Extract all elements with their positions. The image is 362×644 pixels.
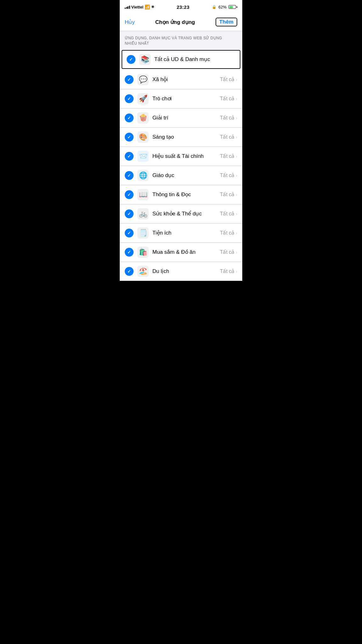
check-circle-travel: ✓ bbox=[125, 267, 134, 276]
signal-bars bbox=[125, 5, 130, 9]
chevron-icon-social: › bbox=[236, 77, 237, 82]
signal-bar-1 bbox=[125, 8, 126, 9]
item-label-productivity: Hiệu suất & Tài chính bbox=[152, 153, 220, 159]
check-circle-news: ✓ bbox=[125, 190, 134, 199]
item-right-health: Tất cả › bbox=[220, 211, 237, 217]
app-icon-shopping: 🛍️ bbox=[137, 247, 149, 258]
signal-bar-3 bbox=[128, 6, 129, 9]
app-icon-games: 🚀 bbox=[137, 93, 149, 104]
add-button[interactable]: Thêm bbox=[216, 18, 237, 26]
chevron-icon-news: › bbox=[236, 192, 237, 197]
item-right-entertainment: Tất cả › bbox=[220, 115, 237, 121]
item-right-news: Tất cả › bbox=[220, 192, 237, 197]
item-right-text-education: Tất cả bbox=[220, 172, 235, 178]
item-right-social: Tất cả › bbox=[220, 76, 237, 82]
check-circle-all: ✓ bbox=[127, 55, 135, 64]
page-title: Chọn ứng dụng bbox=[155, 19, 195, 25]
status-bar: Viettel 📶 ✳ 23:23 🔒 62% bbox=[120, 0, 242, 14]
check-circle-education: ✓ bbox=[125, 171, 134, 180]
check-circle-health: ✓ bbox=[125, 209, 134, 218]
item-right-text-games: Tất cả bbox=[220, 96, 235, 102]
item-label-utilities: Tiện ích bbox=[152, 230, 220, 236]
chevron-icon-utilities: › bbox=[236, 230, 237, 236]
status-right: 🔒 62% bbox=[212, 5, 237, 9]
item-label-travel: Du lịch bbox=[152, 268, 220, 275]
section-header: ỨNG DỤNG, DANH MỤC VÀ TRANG WEB SỬ DỤNGN… bbox=[120, 31, 242, 49]
chevron-icon-creative: › bbox=[236, 135, 237, 140]
chevron-icon-entertainment: › bbox=[236, 115, 237, 120]
item-right-travel: Tất cả › bbox=[220, 268, 237, 274]
cancel-button[interactable]: Hủy bbox=[125, 19, 135, 25]
item-right-text-social: Tất cả bbox=[220, 76, 235, 82]
battery-percent: 62% bbox=[218, 5, 227, 9]
list-item-entertainment[interactable]: ✓ 🍿 Giải trí Tất cả › bbox=[120, 108, 242, 128]
list-item-news[interactable]: ✓ 📖 Thông tin & Đọc Tất cả › bbox=[120, 185, 242, 204]
signal-bar-2 bbox=[126, 7, 127, 9]
item-label-games: Trò chơi bbox=[152, 95, 220, 102]
list-item-all[interactable]: ✓ 📚 Tất cả UD & Danh mục bbox=[122, 50, 240, 69]
list-item-social[interactable]: ✓ 💬 Xã hội Tất cả › bbox=[120, 70, 242, 89]
item-right-text-shopping: Tất cả bbox=[220, 249, 235, 255]
check-circle-productivity: ✓ bbox=[125, 152, 134, 161]
check-circle-entertainment: ✓ bbox=[125, 114, 134, 122]
app-icon-emoji-all: 📚 bbox=[141, 55, 149, 64]
item-right-text-health: Tất cả bbox=[220, 211, 235, 217]
list-item-education[interactable]: ✓ 🌐 Giáo dục Tất cả › bbox=[120, 166, 242, 185]
item-right-text-productivity: Tất cả bbox=[220, 153, 235, 159]
battery-tip bbox=[237, 6, 237, 8]
list-item-utilities[interactable]: ✓ 🗒️ Tiện ích Tất cả › bbox=[120, 224, 242, 243]
chevron-icon-health: › bbox=[236, 211, 237, 216]
lock-icon: 🔒 bbox=[212, 5, 217, 9]
app-icon-all: 📚 bbox=[139, 54, 151, 65]
item-right-text-entertainment: Tất cả bbox=[220, 115, 235, 121]
nav-bar: Hủy Chọn ứng dụng Thêm bbox=[120, 14, 242, 31]
item-label-entertainment: Giải trí bbox=[152, 114, 220, 121]
item-right-education: Tất cả › bbox=[220, 172, 237, 178]
app-icon-education: 🌐 bbox=[137, 170, 149, 181]
app-icon-news: 📖 bbox=[137, 189, 149, 200]
item-label-creative: Sáng tạo bbox=[152, 134, 220, 140]
list-item-games[interactable]: ✓ 🚀 Trò chơi Tất cả › bbox=[120, 89, 242, 108]
chevron-icon-productivity: › bbox=[236, 154, 237, 159]
check-circle-social: ✓ bbox=[125, 75, 134, 84]
list-item-productivity[interactable]: ✓ 📨 Hiệu suất & Tài chính Tất cả › bbox=[120, 147, 242, 166]
item-label-all: Tất cả UD & Danh mục bbox=[154, 56, 235, 63]
list-item-travel[interactable]: ✓ 🏖️ Du lịch Tất cả › bbox=[120, 262, 242, 281]
app-icon-entertainment: 🍿 bbox=[137, 112, 149, 124]
item-right-shopping: Tất cả › bbox=[220, 249, 237, 255]
item-label-health: Sức khỏe & Thể dục bbox=[152, 210, 220, 217]
item-right-utilities: Tất cả › bbox=[220, 230, 237, 236]
app-icon-productivity: 📨 bbox=[137, 151, 149, 162]
time-display: 23:23 bbox=[177, 4, 189, 10]
battery-icon bbox=[228, 5, 237, 9]
item-label-shopping: Mua sắm & Đồ ăn bbox=[152, 249, 220, 255]
item-right-text-news: Tất cả bbox=[220, 192, 235, 197]
list-item-creative[interactable]: ✓ 🎨 Sáng tạo Tất cả › bbox=[120, 128, 242, 147]
carrier-name: Viettel bbox=[131, 5, 144, 9]
app-icon-utilities: 🗒️ bbox=[137, 227, 149, 239]
item-right-games: Tất cả › bbox=[220, 96, 237, 102]
check-circle-creative: ✓ bbox=[125, 133, 134, 142]
settings-icon: ✳ bbox=[151, 5, 154, 9]
list-item-health[interactable]: ✓ 🚲 Sức khỏe & Thể dục Tất cả › bbox=[120, 204, 242, 224]
app-icon-creative: 🎨 bbox=[137, 131, 149, 143]
item-right-text-creative: Tất cả bbox=[220, 134, 235, 140]
section-header-text: ỨNG DỤNG, DANH MỤC VÀ TRANG WEB SỬ DỤNGN… bbox=[125, 36, 237, 46]
status-left: Viettel 📶 ✳ bbox=[125, 4, 154, 9]
check-mark-all: ✓ bbox=[129, 57, 133, 62]
chevron-icon-travel: › bbox=[236, 269, 237, 274]
item-right-text-utilities: Tất cả bbox=[220, 230, 235, 236]
chevron-icon-education: › bbox=[236, 173, 237, 178]
item-right-productivity: Tất cả › bbox=[220, 153, 237, 159]
item-label-social: Xã hội bbox=[152, 76, 220, 83]
chevron-icon-shopping: › bbox=[236, 250, 237, 255]
app-icon-social: 💬 bbox=[137, 74, 149, 85]
check-circle-shopping: ✓ bbox=[125, 248, 134, 257]
signal-bar-4 bbox=[129, 6, 130, 9]
battery-body bbox=[228, 5, 236, 9]
list-item-shopping[interactable]: ✓ 🛍️ Mua sắm & Đồ ăn Tất cả › bbox=[120, 243, 242, 262]
phone-container: Viettel 📶 ✳ 23:23 🔒 62% Hủy Chọn ứng dụn… bbox=[120, 0, 242, 281]
check-circle-utilities: ✓ bbox=[125, 229, 134, 237]
item-label-news: Thông tin & Đọc bbox=[152, 191, 220, 198]
check-circle-games: ✓ bbox=[125, 94, 134, 103]
